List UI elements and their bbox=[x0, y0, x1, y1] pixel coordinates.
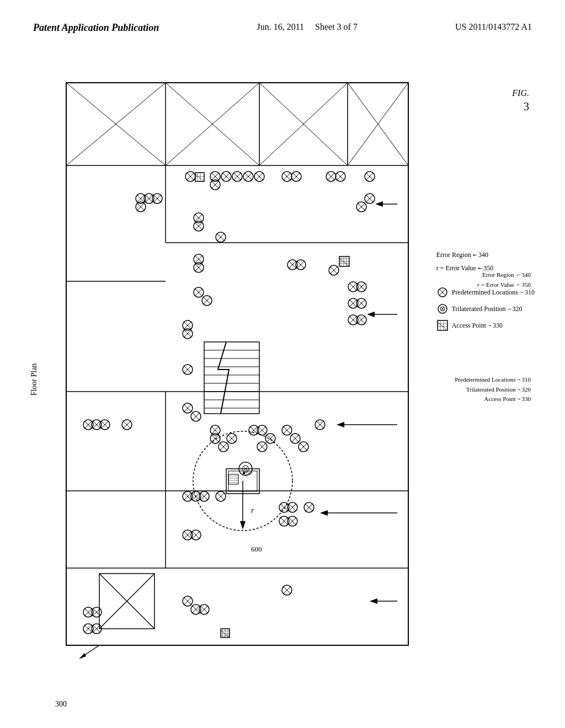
location-group-middle bbox=[194, 213, 349, 306]
publication-title: Patent Application Publication bbox=[33, 22, 159, 34]
trilaterated-text: Trilaterated Position→320 bbox=[455, 385, 531, 395]
trilaterated-label: Trilaterated Position→320 bbox=[452, 302, 523, 315]
svg-text:r: r bbox=[251, 506, 254, 515]
svg-marker-269 bbox=[320, 510, 328, 516]
page-header: Patent Application Publication Jun. 16, … bbox=[0, 22, 565, 34]
svg-marker-303 bbox=[79, 653, 86, 659]
svg-rect-0 bbox=[66, 83, 408, 645]
error-region-text: Error Region ←340 bbox=[477, 270, 531, 280]
svg-marker-111 bbox=[375, 201, 383, 207]
fig-number: 3 bbox=[524, 100, 529, 113]
location-group-right bbox=[356, 172, 397, 212]
trilaterated-icon bbox=[436, 303, 449, 315]
svg-line-318 bbox=[438, 322, 447, 330]
legend-text-block: Error Region ←340 r = Error Value ←350 bbox=[477, 270, 531, 290]
access-point-text: Access Point→330 bbox=[455, 394, 531, 404]
location-group-bottom bbox=[79, 491, 397, 659]
svg-text:600: 600 bbox=[251, 545, 262, 553]
publication-number: US 2011/0143772 A1 bbox=[455, 22, 532, 32]
svg-marker-169 bbox=[367, 312, 375, 317]
location-group-lower-center bbox=[183, 320, 397, 452]
predetermined-text: Predetermined Locations→310 bbox=[455, 375, 531, 385]
svg-rect-41 bbox=[228, 474, 238, 484]
access-point-icon bbox=[436, 319, 449, 331]
floor-plan-label: Floor Plan bbox=[30, 363, 39, 396]
svg-rect-39 bbox=[246, 472, 248, 474]
location-group-left-middle bbox=[83, 420, 132, 430]
access-point-label: Access Point→330 bbox=[452, 319, 503, 332]
legend-trilaterated: Trilaterated Position→320 bbox=[436, 302, 535, 315]
fig-label: FIG. bbox=[512, 88, 529, 98]
legend-panel: Error Region ← 340 r = Error Value ← 350… bbox=[436, 248, 535, 335]
figure-ref-number: 300 bbox=[55, 700, 67, 709]
publication-date-sheet: Jun. 16, 2011 Sheet 3 of 7 bbox=[257, 22, 358, 32]
location-group-right-middle bbox=[348, 282, 397, 325]
figure-diagram: r 600 bbox=[55, 72, 441, 667]
svg-line-134 bbox=[339, 258, 349, 266]
svg-rect-27 bbox=[204, 342, 259, 414]
sheet-info: Sheet 3 of 7 bbox=[315, 22, 358, 31]
location-group-top-center bbox=[185, 172, 345, 190]
legend-items-text: Predetermined Locations→310 Trilaterated… bbox=[455, 375, 531, 404]
predetermined-icon bbox=[436, 286, 449, 298]
error-region-label: Error Region ← 340 bbox=[436, 248, 535, 261]
svg-rect-38 bbox=[243, 472, 245, 474]
svg-marker-234 bbox=[337, 422, 344, 427]
svg-line-67 bbox=[195, 174, 204, 181]
error-value-text: r = Error Value ←350 bbox=[477, 280, 531, 290]
pub-date: Jun. 16, 2011 bbox=[257, 22, 304, 31]
svg-marker-305 bbox=[370, 598, 377, 604]
location-group-top-left bbox=[136, 194, 162, 212]
svg-marker-48 bbox=[240, 521, 246, 529]
legend-access-point: Access Point→330 bbox=[436, 319, 535, 332]
